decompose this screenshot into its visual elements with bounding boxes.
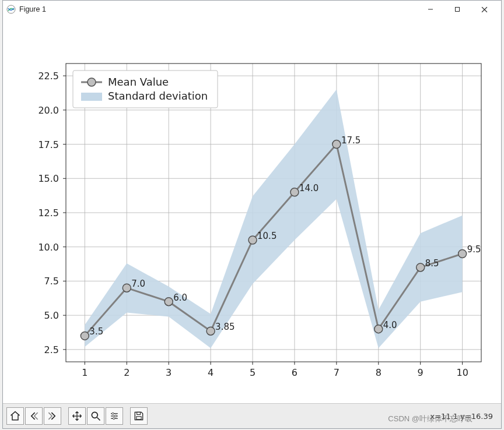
x-tick-label: 1 [82, 367, 88, 378]
forward-button[interactable] [44, 407, 61, 425]
point-label: 3.5 [89, 326, 103, 337]
svg-rect-57 [136, 417, 141, 420]
home-button[interactable] [6, 407, 24, 425]
save-button[interactable] [130, 407, 148, 425]
titlebar: Figure 1 [3, 1, 501, 19]
point-label: 9.5 [467, 244, 481, 255]
data-marker [123, 284, 131, 292]
y-tick-label: 20.0 [38, 105, 59, 116]
y-tick-label: 5.0 [44, 310, 59, 321]
point-label: 10.5 [257, 231, 276, 241]
point-label: 3.85 [215, 322, 235, 332]
x-tick-label: 5 [250, 367, 256, 378]
data-marker [374, 325, 383, 333]
x-tick-label: 7 [334, 367, 340, 378]
x-tick-label: 8 [376, 367, 382, 378]
y-tick-label: 7.5 [44, 276, 59, 287]
y-tick-label: 15.0 [38, 173, 59, 184]
y-tick-label: 12.5 [38, 207, 59, 218]
svg-point-55 [113, 418, 115, 420]
app-icon [6, 5, 16, 14]
data-marker [459, 249, 467, 258]
cursor-coords: x=11.1 y=16.39 [430, 412, 493, 421]
legend-band-label: Standard deviation [108, 90, 208, 102]
y-tick-label: 10.0 [38, 242, 59, 253]
y-tick-label: 2.5 [44, 344, 59, 355]
svg-point-46 [88, 78, 96, 86]
svg-point-51 [112, 413, 114, 414]
y-tick-label: 22.5 [38, 71, 59, 82]
close-button[interactable] [471, 1, 498, 18]
x-tick-label: 10 [456, 367, 468, 378]
data-marker [416, 263, 425, 272]
svg-point-48 [92, 412, 97, 418]
data-marker [290, 188, 299, 196]
point-label: 17.5 [341, 135, 360, 146]
svg-rect-2 [456, 8, 460, 12]
x-tick-label: 3 [166, 367, 172, 378]
svg-rect-47 [81, 93, 102, 101]
svg-point-53 [115, 415, 117, 417]
legend-line-label: Mean Value [108, 76, 169, 88]
svg-line-49 [97, 418, 100, 421]
plot-area[interactable]: 3.57.06.03.8510.514.017.54.08.59.5123456… [3, 18, 501, 404]
zoom-button[interactable] [87, 407, 104, 425]
data-marker [80, 332, 89, 340]
back-button[interactable] [25, 407, 43, 425]
point-label: 6.0 [173, 292, 187, 303]
data-marker [332, 140, 341, 149]
x-tick-label: 2 [124, 367, 130, 378]
figure-window: Figure 1 3.57.06.03.8510.514.017.54.08.5… [2, 0, 502, 429]
data-marker [164, 298, 173, 306]
data-marker [206, 327, 215, 335]
x-tick-label: 4 [208, 367, 214, 378]
data-marker [249, 236, 257, 244]
chart-svg: 3.57.06.03.8510.514.017.54.08.59.5123456… [3, 18, 501, 404]
pan-button[interactable] [68, 407, 86, 425]
window-title: Figure 1 [19, 5, 46, 13]
x-tick-label: 6 [292, 367, 298, 378]
matplotlib-toolbar: x=11.1 y=16.39 [3, 403, 501, 428]
minimize-button[interactable] [417, 1, 444, 18]
x-tick-label: 9 [418, 367, 424, 378]
y-tick-label: 17.5 [38, 139, 59, 150]
maximize-button[interactable] [444, 1, 471, 18]
point-label: 14.0 [299, 183, 318, 193]
configure-subplots-button[interactable] [106, 407, 123, 425]
point-label: 4.0 [383, 320, 397, 330]
point-label: 8.5 [425, 258, 439, 269]
point-label: 7.0 [131, 279, 145, 289]
